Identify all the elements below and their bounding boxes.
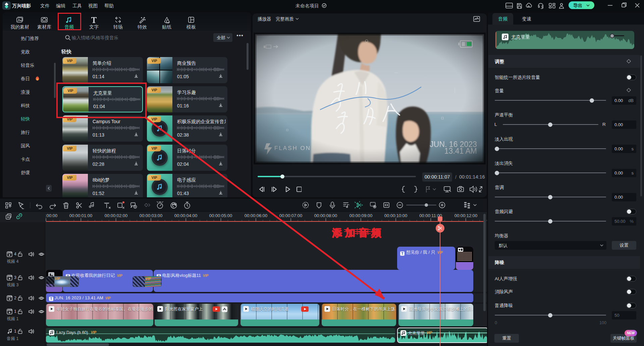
- svg-text:00:00:07:00: 00:00:07:00: [279, 213, 303, 218]
- svg-text:00:00:06:00: 00:00:06:00: [245, 213, 268, 218]
- svg-text:00:00:08:00: 00:00:08:00: [314, 213, 337, 218]
- svg-text:00:00:01:00: 00:00:01:00: [69, 213, 93, 218]
- svg-text:00:00:05:00: 00:00:05:00: [209, 213, 232, 218]
- svg-text:00:00:03:00: 00:00:03:00: [140, 213, 163, 218]
- svg-text:00:00:00:00: 00:00:00:00: [46, 213, 57, 218]
- svg-text:00:00:10:00: 00:00:10:00: [384, 213, 408, 218]
- svg-text:00:00:04:00: 00:00:04:00: [174, 213, 198, 218]
- svg-text:00:00:02:00: 00:00:02:00: [105, 213, 128, 218]
- svg-text:00:00:12:00: 00:00:12:00: [454, 213, 478, 218]
- svg-text:00:00:09:00: 00:00:09:00: [350, 213, 373, 218]
